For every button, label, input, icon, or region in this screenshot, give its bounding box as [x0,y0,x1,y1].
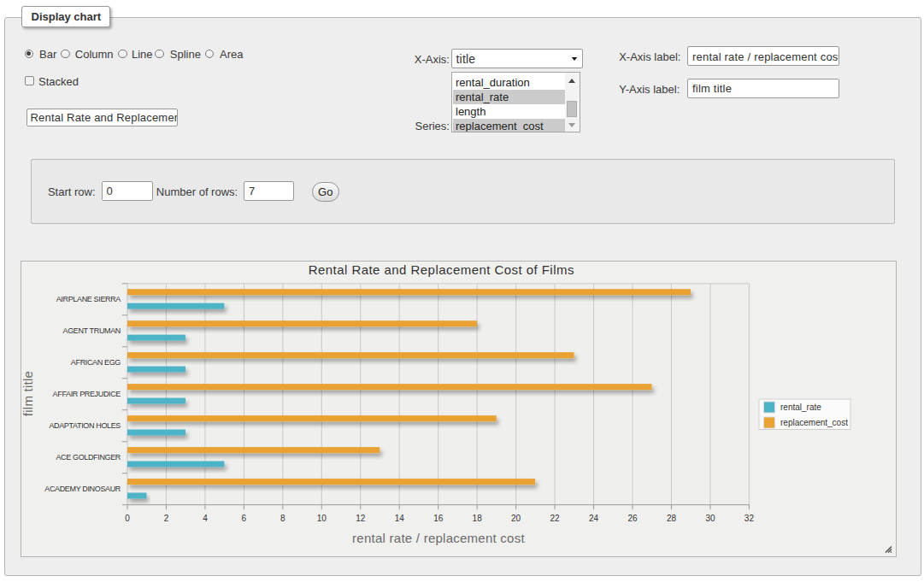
svg-text:0: 0 [125,514,130,523]
svg-text:Rental Rate and Replacement Co: Rental Rate and Replacement Cost of Film… [309,262,574,276]
svg-text:ACADEMY DINOSAUR: ACADEMY DINOSAUR [44,485,121,493]
svg-text:2: 2 [164,514,169,523]
svg-text:6: 6 [242,514,247,523]
svg-text:20: 20 [511,514,521,523]
svg-text:ADAPTATION HOLES: ADAPTATION HOLES [49,421,121,430]
svg-text:16: 16 [433,514,444,523]
svg-text:12: 12 [356,514,366,523]
svg-text:rental_rate: rental_rate [780,402,821,411]
svg-text:14: 14 [395,514,405,523]
svg-text:AFFAIR PREJUDICE: AFFAIR PREJUDICE [53,390,121,398]
svg-text:rental rate / replacement cost: rental rate / replacement cost [352,530,525,544]
svg-text:AGENT TRUMAN: AGENT TRUMAN [63,326,121,335]
svg-text:AIRPLANE SIERRA: AIRPLANE SIERRA [56,295,121,303]
svg-text:32: 32 [744,514,755,523]
svg-text:28: 28 [667,514,677,523]
svg-text:replacement_cost: replacement_cost [780,417,848,426]
svg-text:10: 10 [317,514,327,523]
svg-text:18: 18 [473,514,483,523]
svg-text:AFRICAN EGG: AFRICAN EGG [71,358,121,367]
svg-text:24: 24 [589,514,599,523]
svg-text:ACE GOLDFINGER: ACE GOLDFINGER [56,453,121,461]
svg-text:8: 8 [280,514,285,523]
svg-text:22: 22 [550,514,561,523]
svg-text:4: 4 [203,514,208,523]
svg-text:26: 26 [627,514,638,523]
svg-text:film title: film title [21,370,35,415]
svg-text:30: 30 [705,514,715,523]
